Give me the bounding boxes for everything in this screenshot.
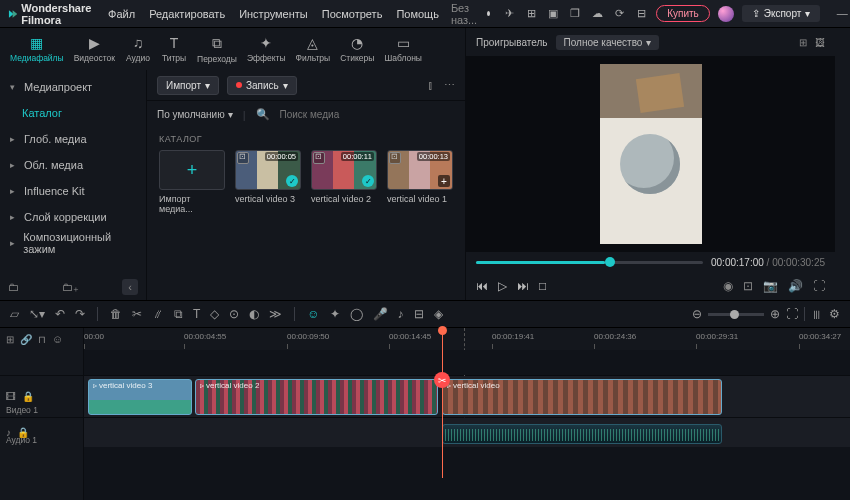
track-opts-icon[interactable]: ⊞ xyxy=(6,334,14,345)
cut-icon[interactable]: ✂ xyxy=(132,307,142,321)
record-button[interactable]: Запись▾ xyxy=(227,76,297,95)
bottom-body[interactable] xyxy=(84,447,850,500)
clip-video-3[interactable]: ▹vertical video 3 xyxy=(88,379,192,415)
playhead[interactable]: ✂ xyxy=(442,328,443,478)
tab-stock[interactable]: ▶Видеосток xyxy=(70,33,119,65)
zoom-slider[interactable] xyxy=(708,313,764,316)
pointer-icon[interactable]: ⤡▾ xyxy=(29,307,45,321)
player-canvas[interactable] xyxy=(466,56,835,252)
select-checkbox-icon[interactable] xyxy=(389,152,401,164)
ai-icon[interactable]: ☺ xyxy=(307,307,319,321)
marker-icon[interactable]: ⊡ xyxy=(743,279,753,293)
thumb-image[interactable]: 00:00:13+ xyxy=(387,150,453,190)
thumb-image[interactable]: 00:00:05✓ xyxy=(235,150,301,190)
play-icon[interactable]: ▷ xyxy=(498,279,507,293)
text-tool-icon[interactable]: T xyxy=(193,307,200,321)
sidebar-item-compound[interactable]: ▸Композиционный зажим xyxy=(0,230,146,256)
record-icon[interactable]: ▣ xyxy=(546,7,560,21)
magnet-icon[interactable]: ⊓ xyxy=(38,334,46,345)
menu-edit[interactable]: Редактировать xyxy=(149,8,225,20)
crop2-icon[interactable]: ⧉ xyxy=(174,307,183,321)
add-icon[interactable]: + xyxy=(438,175,450,187)
sidebar-item-influence[interactable]: ▸Influence Kit xyxy=(0,178,146,204)
mixer-icon[interactable]: ⫼ xyxy=(811,307,823,321)
tab-templates[interactable]: ▭Шаблоны xyxy=(380,33,426,65)
cut-marker-icon[interactable]: ✂ xyxy=(434,372,450,388)
thumb-video-3[interactable]: 00:00:05✓ vertical video 3 xyxy=(235,150,301,214)
delete-icon[interactable]: 🗑 xyxy=(110,307,122,321)
video-track-icon[interactable]: 🎞 xyxy=(6,391,16,402)
lock-icon[interactable]: 🔒 xyxy=(22,391,34,402)
expand-icon[interactable]: ≫ xyxy=(269,307,282,321)
clip-audio-1[interactable] xyxy=(442,424,722,444)
tab-effects[interactable]: ✦Эффекты xyxy=(243,33,290,65)
more-icon[interactable]: ⋯ xyxy=(444,79,455,92)
camera-icon[interactable]: 📷 xyxy=(763,279,778,293)
menu-tools[interactable]: Инструменты xyxy=(239,8,308,20)
progress-knob[interactable] xyxy=(605,257,615,267)
video-track-body[interactable]: ▹vertical video 3 ▹vertical video 2 ▹ver… xyxy=(84,376,850,417)
volume-icon[interactable]: 🔊 xyxy=(788,279,803,293)
thumb-video-2[interactable]: 00:00:11✓ vertical video 2 xyxy=(311,150,377,214)
stop-icon[interactable]: □ xyxy=(539,279,546,293)
filter-icon[interactable]: ⫿ xyxy=(428,79,434,92)
mask-icon[interactable]: ◯ xyxy=(350,307,363,321)
color-icon[interactable]: ◐ xyxy=(249,307,259,321)
export-button[interactable]: ⇪ Экспорт ▾ xyxy=(742,5,821,22)
apps-icon[interactable]: ⊟ xyxy=(634,7,648,21)
thumb-image[interactable]: 00:00:11✓ xyxy=(311,150,377,190)
tab-titles[interactable]: TТитры xyxy=(157,33,191,65)
crop-icon[interactable]: ▱ xyxy=(10,307,19,321)
minimize-icon[interactable]: — xyxy=(834,7,850,20)
clip-video-1[interactable]: ▹vertical video xyxy=(442,379,722,415)
import-button[interactable]: Импорт▾ xyxy=(157,76,219,95)
sidebar-item-mediaproject[interactable]: ▾Медиапроект xyxy=(0,74,146,100)
devices-icon[interactable]: ⊞ xyxy=(524,7,538,21)
clip-video-2[interactable]: ▹vertical video 2 xyxy=(195,379,438,415)
tab-media[interactable]: ▦Медиафайлы xyxy=(6,33,68,65)
sidebar-item-adjustment[interactable]: ▸Слой коррекции xyxy=(0,204,146,230)
user-avatar[interactable] xyxy=(718,6,734,22)
layers-icon[interactable]: ❐ xyxy=(568,7,582,21)
thumb-import[interactable]: + Импорт медиа... xyxy=(159,150,225,214)
grid-view-icon[interactable]: ⊞ xyxy=(799,37,807,48)
sidebar-item-catalog[interactable]: Каталог xyxy=(0,100,146,126)
subtitle-icon[interactable]: ⊟ xyxy=(414,307,424,321)
zoom-f003-icon[interactable]: ⛶ xyxy=(786,307,798,321)
refresh-icon[interactable]: ⟳ xyxy=(612,7,626,21)
split-icon[interactable]: ⫽ xyxy=(152,307,164,321)
folder-icon[interactable]: 🗀 xyxy=(8,281,19,293)
select-checkbox-icon[interactable] xyxy=(313,152,325,164)
marker2-icon[interactable]: ◈ xyxy=(434,307,443,321)
quality-dropdown[interactable]: Полное качество▾ xyxy=(556,35,660,50)
tab-stickers[interactable]: ◔Стикеры xyxy=(336,33,378,65)
zoom-out-icon[interactable]: ⊖ xyxy=(692,307,702,321)
menu-file[interactable]: Файл xyxy=(108,8,135,20)
zoom-knob[interactable] xyxy=(730,310,739,319)
spacer-body[interactable] xyxy=(84,350,850,375)
audio-track-body[interactable] xyxy=(84,418,850,447)
snapshot-icon[interactable]: ◉ xyxy=(723,279,733,293)
menu-help[interactable]: Помощь xyxy=(396,8,439,20)
search-input[interactable] xyxy=(280,109,456,120)
settings-icon[interactable]: ⚙ xyxy=(829,307,840,321)
keyframe-icon[interactable]: ◇ xyxy=(210,307,219,321)
thumb-video-1[interactable]: 00:00:13+ vertical video 1 xyxy=(387,150,453,214)
enhance-icon[interactable]: ✦ xyxy=(330,307,340,321)
fullscreen-icon[interactable]: ⛶ xyxy=(813,279,825,293)
redo-icon[interactable]: ↷ xyxy=(75,307,85,321)
import-tile[interactable]: + xyxy=(159,150,225,190)
menu-view[interactable]: Посмотреть xyxy=(322,8,383,20)
next-frame-icon[interactable]: ⏭ xyxy=(517,279,529,293)
new-folder-icon[interactable]: 🗀₊ xyxy=(62,281,79,294)
ruler[interactable]: 00:00 00:00:04:55 00:00:09:50 00:00:14:4… xyxy=(84,328,850,350)
collapse-sidebar-icon[interactable]: ‹ xyxy=(122,279,138,295)
picture-icon[interactable]: 🖼 xyxy=(815,37,825,48)
progress-bar[interactable] xyxy=(476,261,703,264)
tab-transitions[interactable]: ⧉Переходы xyxy=(193,33,241,66)
sidebar-item-cloud[interactable]: ▸Обл. медиа xyxy=(0,152,146,178)
link-icon[interactable]: 🔗 xyxy=(20,334,32,345)
sort-dropdown[interactable]: По умолчанию▾ xyxy=(157,109,233,120)
cloud-icon[interactable]: ☁ xyxy=(590,7,604,21)
ai-track-icon[interactable]: ☺ xyxy=(52,333,63,345)
